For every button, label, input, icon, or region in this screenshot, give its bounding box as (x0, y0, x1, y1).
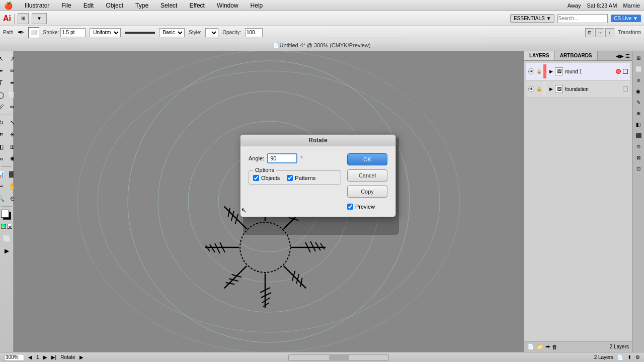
side-btn-8[interactable]: ⬛ (634, 131, 643, 140)
graph-tool[interactable]: 📊 (0, 169, 7, 180)
stroke-label: Stroke: (43, 30, 59, 35)
side-btn-6[interactable]: ⊕ (634, 109, 643, 118)
panel-menu-icon[interactable]: ☰ (625, 53, 630, 59)
svg-line-16 (263, 303, 269, 307)
blend-tool[interactable]: ∞ (0, 153, 7, 164)
ok-button[interactable]: OK (347, 153, 387, 165)
cs-live-btn[interactable]: CS Live ▼ (611, 15, 641, 22)
layer-visibility-round1[interactable]: 👁 (528, 68, 534, 74)
menu-illustrator[interactable]: Illustrator (23, 2, 51, 9)
preview-checkbox[interactable] (347, 204, 353, 210)
layer-expand-round1[interactable]: ▶ (549, 69, 553, 74)
cancel-button[interactable]: Cancel (347, 169, 387, 182)
side-btn-10[interactable]: ⊠ (634, 153, 643, 162)
change-screen-btn[interactable]: ⬜ (1, 233, 12, 244)
side-btn-4[interactable]: ◉ (634, 86, 643, 96)
side-btn-11[interactable]: ⊡ (634, 164, 643, 173)
mac-menubar: 🍎 Illustrator File Edit Object Type Sele… (0, 0, 644, 11)
menu-type[interactable]: Type (133, 2, 150, 9)
settings-btn[interactable]: ⚙ (635, 354, 640, 360)
side-btn-1[interactable]: ⊞ (634, 53, 643, 62)
side-btn-2[interactable]: ⬜ (634, 64, 643, 73)
menubar-status: Away (568, 3, 581, 9)
menu-help[interactable]: Help (249, 2, 265, 9)
dialog-left: Angle: ° Options Objects (249, 153, 341, 210)
layer-visibility-foundation[interactable]: 👁 (528, 86, 534, 92)
new-layer-bottom-btn[interactable]: 📄 (617, 354, 623, 360)
rotate-tool[interactable]: ↻ (0, 117, 7, 128)
toolbar-arrow-btn[interactable]: ▼ (32, 13, 47, 24)
text-tool[interactable]: T (0, 77, 7, 88)
far-right-panel: ⊞ ⬜ ≋ ◉ ✎ ⊕ ◧ ⬛ ⊙ ⊠ ⊡ (632, 51, 644, 352)
nav-next-btn[interactable]: ▶ (43, 354, 47, 360)
nav-end-btn[interactable]: ▶| (51, 354, 57, 360)
transform-btn-2[interactable]: ↔ (595, 28, 604, 37)
move-up-btn[interactable]: ⬆ (627, 354, 631, 360)
transform-btn-1[interactable]: ⊡ (585, 28, 594, 37)
layer-lock-round1[interactable]: 🔒 (536, 69, 541, 74)
panel-tab-actions: ◀▶ ☰ (598, 51, 632, 60)
slice-tool[interactable]: ✂ (0, 181, 7, 192)
none-btn[interactable]: ✕ (7, 224, 12, 229)
move-layer-btn[interactable]: ➡ (545, 343, 550, 350)
color-btn[interactable] (1, 224, 6, 229)
side-btn-9[interactable]: ⊙ (634, 142, 643, 151)
preview-label: Preview (355, 204, 375, 210)
gradient-tool[interactable]: ◧ (0, 141, 7, 152)
new-layer-btn[interactable]: 📄 (527, 343, 534, 350)
transform-label: Transform (618, 30, 641, 35)
angle-input[interactable] (267, 153, 297, 163)
menu-window[interactable]: Window (215, 2, 240, 9)
menu-edit[interactable]: Edit (82, 2, 96, 9)
panel-expand-icon[interactable]: ◀▶ (616, 53, 624, 59)
pen-tool[interactable]: ✒ (0, 65, 7, 76)
patterns-checkbox[interactable] (287, 175, 293, 181)
layer-icon-round1: 🖼 (555, 67, 563, 75)
zoom-input[interactable] (4, 354, 24, 361)
tab-layers[interactable]: LAYERS (524, 51, 555, 60)
new-sublayer-btn[interactable]: 📁 (536, 343, 543, 350)
nav-prev-btn[interactable]: ◀ (28, 354, 32, 360)
side-btn-7[interactable]: ◧ (634, 120, 643, 129)
side-btn-3[interactable]: ≋ (634, 75, 643, 84)
menu-object[interactable]: Object (104, 2, 125, 9)
brush-tool[interactable]: 🖊 (0, 102, 7, 113)
svg-line-21 (206, 245, 210, 251)
apple-logo[interactable]: 🍎 (4, 2, 13, 10)
arrow-btn[interactable]: ▶ (79, 354, 84, 360)
essentials-btn[interactable]: ESSENTIALS ▼ (510, 14, 554, 23)
objects-checkbox[interactable] (253, 175, 259, 181)
canvas-area[interactable]: Rotate Angle: ° Options (14, 51, 524, 352)
stroke-style-select[interactable]: Uniform (90, 28, 121, 37)
ellipse-tool[interactable]: ◯ (0, 89, 7, 101)
menu-file[interactable]: File (59, 2, 73, 9)
svg-line-10 (315, 242, 320, 250)
search-input[interactable] (557, 14, 608, 23)
horizontal-scrollbar[interactable] (288, 354, 389, 360)
color-swatches[interactable] (1, 210, 12, 221)
copy-button[interactable]: Copy (347, 186, 387, 198)
layer-expand-foundation[interactable]: ▶ (549, 86, 553, 92)
transform-btn-3[interactable]: ↕ (605, 28, 614, 37)
style-select[interactable] (205, 28, 218, 37)
menu-select[interactable]: Select (158, 2, 179, 9)
layer-row-foundation[interactable]: 👁 🔒 ▶ 🖼 foundation (526, 80, 630, 98)
menu-effect[interactable]: Effect (187, 2, 206, 9)
tab-artboards[interactable]: ARTBOARDS (555, 51, 598, 60)
brush-style-select[interactable]: Basic (159, 28, 185, 37)
layer-name-round1: round 1 (565, 69, 614, 74)
opacity-input[interactable] (245, 28, 263, 37)
toolbar-icon-btn[interactable]: ⊞ (18, 13, 29, 24)
delete-layer-btn[interactable]: 🗑 (552, 344, 557, 350)
presentation-btn[interactable]: ▶ (1, 245, 12, 256)
svg-line-27 (284, 266, 306, 289)
stroke-input[interactable] (60, 28, 86, 37)
warp-tool[interactable]: ≋ (0, 129, 7, 140)
scrollbar-thumb[interactable] (329, 355, 349, 360)
selection-tool[interactable]: ↖ (0, 53, 7, 64)
layer-row-round1[interactable]: 👁 🔒 ▶ 🖼 round 1 (526, 63, 630, 80)
layer-color-round1 (543, 64, 546, 78)
side-btn-5[interactable]: ✎ (634, 98, 643, 107)
zoom-tool[interactable]: 🔍 (0, 193, 7, 204)
layer-lock-foundation[interactable]: 🔒 (536, 86, 541, 92)
